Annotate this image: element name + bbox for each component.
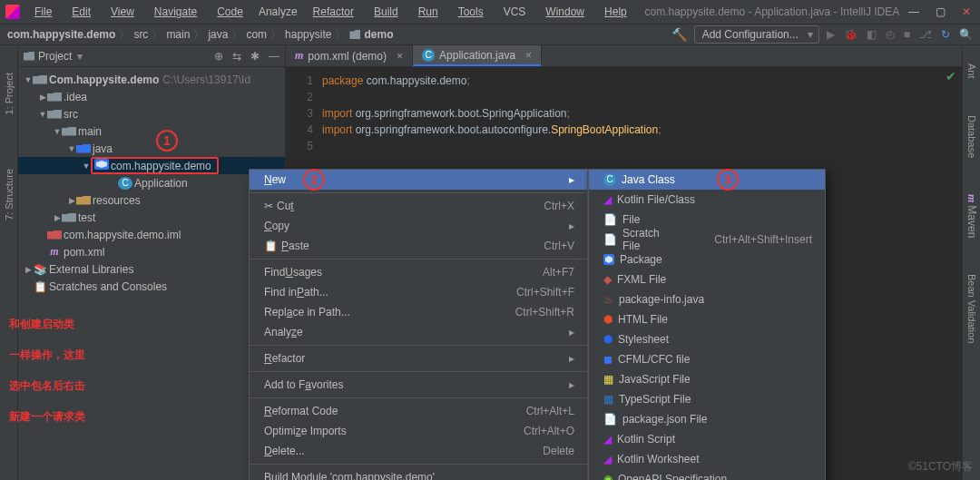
ctx-find-in-path[interactable]: Find in Path...Ctrl+Shift+F: [250, 282, 587, 302]
new-stylesheet[interactable]: ⬢Stylesheet: [589, 329, 825, 349]
ctx-reformat[interactable]: Reformat CodeCtrl+Alt+L: [250, 401, 587, 421]
ctx-find-usages[interactable]: Find UsagesAlt+F7: [250, 262, 587, 282]
project-tool-button[interactable]: 1: Project: [4, 73, 15, 114]
maven-icon: m: [295, 49, 303, 63]
new-package-json[interactable]: 📄package.json File: [589, 409, 825, 429]
ctx-new[interactable]: New▸: [250, 170, 587, 190]
new-js[interactable]: ▦JavaScript File: [589, 369, 825, 389]
tab-pom[interactable]: mpom.xml (demo)×: [286, 45, 413, 66]
menu-build[interactable]: Build: [365, 4, 407, 20]
ctx-cut[interactable]: ✂CutCtrl+X: [250, 196, 587, 216]
gutter: 12345: [286, 73, 322, 154]
editor-tabs: mpom.xml (demo)× CApplication.java×: [286, 45, 962, 67]
annotation-circle-1: 1: [156, 130, 178, 152]
new-package-info[interactable]: ♨package-info.java: [589, 289, 825, 309]
file-icon: 📄: [603, 213, 617, 226]
git-icon[interactable]: ⎇: [919, 28, 932, 41]
scratch-icon: 📋: [33, 280, 47, 293]
openapi-icon: ◉: [603, 473, 612, 480]
structure-tool-button[interactable]: 7: Structure: [4, 169, 15, 220]
java-icon: ♨: [603, 293, 613, 306]
fxml-icon: ◆: [603, 273, 612, 286]
css-icon: ⬢: [603, 333, 612, 346]
ant-tool-button[interactable]: Ant: [966, 64, 977, 79]
ctx-refactor[interactable]: Refactor▸: [250, 348, 587, 368]
main-menu: File Edit View Navigate Code Analyze Ref…: [25, 4, 636, 20]
menu-vcs[interactable]: VCS: [495, 4, 535, 20]
menu-navigate[interactable]: Navigate: [145, 4, 206, 20]
search-everywhere-icon[interactable]: 🔍: [959, 28, 973, 41]
stop-icon[interactable]: ■: [904, 28, 910, 41]
hide-icon[interactable]: —: [269, 50, 279, 63]
menu-run[interactable]: Run: [409, 4, 447, 20]
debug-icon[interactable]: 🐞: [844, 28, 858, 41]
menu-code[interactable]: Code: [208, 4, 252, 20]
run-config-dropdown[interactable]: Add Configuration...: [694, 25, 819, 44]
ctx-build-module[interactable]: Build Module 'com.happysite.demo': [250, 467, 587, 480]
ctx-copy[interactable]: Copy▸: [250, 216, 587, 236]
new-fxml[interactable]: ◆FXML File: [589, 269, 825, 289]
settings-icon[interactable]: ✱: [250, 50, 260, 63]
ctx-analyze[interactable]: Analyze▸: [250, 322, 587, 342]
ctx-add-favorites[interactable]: Add to Favorites▸: [250, 375, 587, 395]
close-icon[interactable]: ×: [397, 50, 403, 63]
scissors-icon: ✂: [264, 200, 273, 212]
new-html[interactable]: ⬢HTML File: [589, 309, 825, 329]
new-package[interactable]: Package: [589, 250, 825, 269]
ctx-optimize-imports[interactable]: Optimize ImportsCtrl+Alt+O: [250, 421, 587, 441]
run-icon[interactable]: ▶: [827, 28, 835, 41]
close-button[interactable]: ✕: [962, 5, 971, 18]
kotlin-icon: ◢: [603, 453, 612, 465]
cfml-icon: ◼: [603, 353, 612, 366]
maven-tool-button[interactable]: m Maven: [965, 194, 978, 238]
coverage-icon[interactable]: ◧: [867, 28, 877, 41]
code-editor[interactable]: 12345 package com.happysite.demo; import…: [286, 67, 962, 154]
expand-all-icon[interactable]: ⇆: [232, 50, 241, 63]
tree-selected-package[interactable]: ▼com.happysite.demo: [18, 157, 285, 174]
inspection-ok-icon: ✔: [946, 69, 956, 83]
annotation-text: 和创建启动类 一样操作，这里 选中包名后右击 新建一个请求类: [9, 309, 85, 432]
update-icon[interactable]: ↻: [941, 28, 950, 41]
select-opened-file-icon[interactable]: ⊕: [214, 50, 223, 63]
menu-help[interactable]: Help: [595, 4, 636, 20]
menu-analyze[interactable]: Analyze: [254, 4, 302, 20]
close-icon[interactable]: ×: [525, 49, 532, 62]
minimize-button[interactable]: —: [908, 5, 919, 18]
project-title[interactable]: Project: [38, 50, 72, 63]
menu-tools[interactable]: Tools: [449, 4, 493, 20]
tab-application[interactable]: CApplication.java×: [413, 45, 542, 66]
new-scratch-file[interactable]: 📄Scratch FileCtrl+Alt+Shift+Insert: [589, 230, 825, 250]
context-menu: New▸ ✂CutCtrl+X Copy▸ 📋PasteCtrl+V Find …: [249, 169, 588, 480]
project-icon: [24, 52, 34, 61]
bean-validation-tool-button[interactable]: Bean Validation: [966, 274, 977, 343]
ts-icon: ▦: [603, 393, 613, 406]
new-kotlin-script[interactable]: ◢Kotlin Script: [589, 429, 825, 449]
build-icon[interactable]: 🔨: [671, 27, 687, 42]
profiler-icon[interactable]: ◴: [886, 28, 895, 41]
intellij-logo-icon: [5, 5, 20, 19]
file-icon: 📄: [603, 233, 617, 246]
new-kotlin-worksheet[interactable]: ◢Kotlin Worksheet: [589, 449, 825, 469]
new-java-class[interactable]: CJava Class: [589, 170, 825, 190]
titlebar: File Edit View Navigate Code Analyze Ref…: [0, 0, 980, 24]
menu-view[interactable]: View: [102, 4, 143, 20]
new-cfml[interactable]: ◼CFML/CFC file: [589, 349, 825, 369]
menu-edit[interactable]: Edit: [63, 4, 100, 20]
ctx-delete[interactable]: Delete...Delete: [250, 441, 587, 461]
maximize-button[interactable]: ▢: [936, 5, 946, 18]
project-tree[interactable]: ▼Com.happysite.demoC:\Users\13917\Id ▶.i…: [18, 67, 285, 299]
menu-file[interactable]: File: [25, 4, 61, 20]
right-tool-gutter: Ant Database m Maven Bean Validation: [962, 45, 980, 480]
ctx-replace-in-path[interactable]: Replace in Path...Ctrl+Shift+R: [250, 302, 587, 322]
new-ts[interactable]: ▦TypeScript File: [589, 389, 825, 409]
menu-window[interactable]: Window: [536, 4, 593, 20]
new-openapi[interactable]: ◉OpenAPI Specification: [589, 469, 825, 480]
breadcrumbs[interactable]: com.happysite.demo〉 src〉 main〉 java〉 com…: [7, 27, 393, 43]
menu-refactor[interactable]: Refactor: [304, 4, 363, 20]
new-kotlin-file[interactable]: ◢Kotlin File/Class: [589, 190, 825, 210]
kotlin-icon: ◢: [603, 193, 612, 206]
database-tool-button[interactable]: Database: [966, 115, 977, 158]
json-icon: 📄: [603, 413, 617, 426]
ctx-paste[interactable]: 📋PasteCtrl+V: [250, 236, 587, 256]
window-title: com.happysite.demo - Application.java - …: [636, 5, 908, 18]
